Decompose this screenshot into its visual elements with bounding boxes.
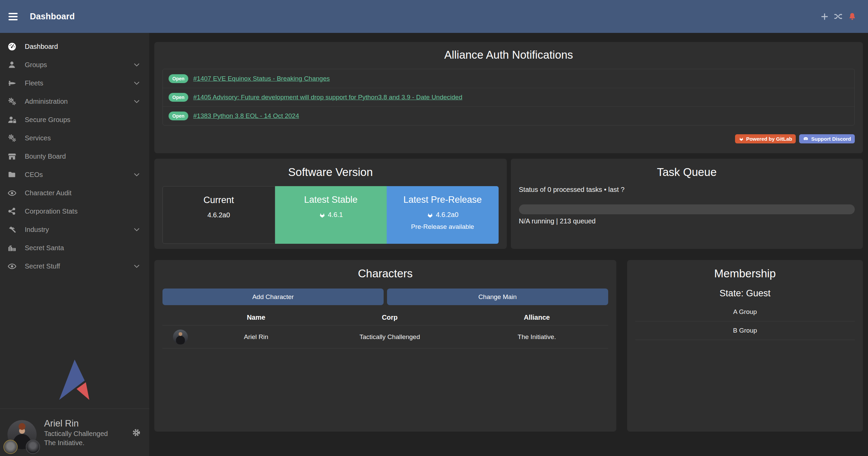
col-name: Name [198, 314, 314, 321]
eye-icon [7, 188, 17, 198]
sidebar-item-administration[interactable]: Administration [0, 92, 149, 111]
sidebar-item-label: Secret Santa [25, 244, 64, 252]
page-title: Dashboard [30, 12, 75, 21]
user-lock-icon [7, 115, 17, 124]
bell-icon[interactable] [848, 12, 857, 21]
navbar-actions [820, 12, 857, 21]
characters-panel: Characters Add Character Change Main Nam… [154, 260, 616, 432]
sidebar-item-groups[interactable]: Groups [0, 56, 149, 74]
gifts-icon [7, 243, 17, 253]
sidebar-item-label: Corporation Stats [25, 207, 78, 215]
sidebar-item-label: Administration [25, 98, 68, 105]
sidebar-item-services[interactable]: Services [0, 129, 149, 147]
status-badge: Open [169, 93, 188, 102]
version-boxes: Current 4.6.2a0 Latest Stable 4.6.1 Late… [162, 186, 499, 244]
gitlab-icon [427, 212, 433, 218]
characters-title: Characters [162, 267, 608, 280]
sidebar-item-industry[interactable]: Industry [0, 220, 149, 239]
character-corp: Tactically Challenged [314, 333, 466, 341]
sidebar-item-fleets[interactable]: Fleets [0, 74, 149, 92]
sidebar-item-label: Services [25, 134, 51, 142]
task-queue-counts: N/A running | 213 queued [519, 217, 855, 225]
col-corp: Corp [314, 314, 466, 321]
user-avatar-wrap [7, 411, 37, 454]
chevron-down-icon [133, 79, 140, 87]
share-icon [7, 206, 17, 216]
cogs-icon [7, 97, 17, 106]
sidebar-item-bounty-board[interactable]: Bounty Board [0, 147, 149, 165]
characters-table: Name Corp Alliance Ariel Rin Tactically … [162, 310, 608, 349]
gitlab-badge[interactable]: Powered by GitLab [735, 134, 796, 143]
version-current-value: 4.6.2a0 [163, 211, 275, 219]
sidebar-item-label: Character Audit [25, 189, 72, 197]
gitlab-icon [319, 212, 326, 218]
status-badge: Open [169, 74, 188, 83]
sidebar-item-label: Secret Stuff [25, 262, 60, 270]
cogs-icon [7, 133, 17, 143]
membership-panel: Membership State: Guest A Group B Group [627, 260, 863, 432]
col-alliance: Alliance [465, 314, 608, 321]
version-prerelease-value: 4.6.2a0 [387, 211, 499, 219]
version-stable: Latest Stable 4.6.1 [275, 186, 387, 244]
sidebar-item-dashboard[interactable]: Dashboard [0, 37, 149, 56]
status-badge: Open [169, 112, 188, 120]
membership-groups: A Group B Group [635, 303, 855, 340]
prerelease-note: Pre-Release available [387, 223, 499, 231]
version-prerelease-label: Latest Pre-Release [387, 195, 499, 205]
eye-icon [7, 261, 17, 271]
table-header-row: Name Corp Alliance [162, 310, 608, 325]
row-characters-membership: Characters Add Character Change Main Nam… [154, 260, 863, 432]
list-item: Open #1407 EVE Equinox Status - Breaking… [163, 69, 854, 88]
user-icon [7, 60, 17, 70]
notification-link[interactable]: #1407 EVE Equinox Status - Breaking Chan… [193, 75, 330, 82]
notification-link[interactable]: #1405 Advisory: Future development will … [193, 94, 462, 101]
sidebar-nav: Dashboard Groups Fleets [0, 33, 149, 275]
character-portrait [173, 330, 188, 344]
shuffle-icon[interactable] [834, 12, 843, 21]
notifications-list: Open #1407 EVE Equinox Status - Breaking… [162, 69, 855, 125]
task-queue-status: Status of 0 processed tasks • last ? [519, 185, 855, 194]
user-alliance: The Initiative. [44, 438, 108, 448]
sidebar-item-secret-santa[interactable]: Secret Santa [0, 239, 149, 257]
alliance-logo-badge [26, 440, 40, 454]
external-badges: Powered by GitLab Support Discord [162, 134, 855, 143]
sidebar-item-character-audit[interactable]: Character Audit [0, 184, 149, 202]
user-panel[interactable]: Ariel Rin Tactically Challenged The Init… [0, 409, 149, 456]
notification-link[interactable]: #1383 Python 3.8 EOL - 14 Oct 2024 [193, 112, 299, 120]
chevron-down-icon [133, 226, 140, 233]
version-current: Current 4.6.2a0 [162, 186, 275, 244]
change-main-button[interactable]: Change Main [387, 289, 608, 305]
hammer-icon [7, 225, 17, 234]
row-software-taskqueue: Software Version Current 4.6.2a0 Latest … [154, 159, 863, 249]
version-current-label: Current [163, 195, 275, 205]
sidebar-item-corporation-stats[interactable]: Corporation Stats [0, 202, 149, 220]
add-character-icon[interactable] [820, 12, 829, 21]
list-item: Open #1383 Python 3.8 EOL - 14 Oct 2024 [163, 106, 854, 125]
task-queue-progressbar [519, 204, 855, 214]
sidebar-item-label: Industry [25, 226, 49, 234]
version-stable-label: Latest Stable [275, 195, 387, 205]
sidebar-item-secure-groups[interactable]: Secure Groups [0, 111, 149, 129]
software-version-title: Software Version [162, 166, 499, 178]
sidebar-item-secret-stuff[interactable]: Secret Stuff [0, 257, 149, 275]
characters-buttons: Add Character Change Main [162, 289, 608, 305]
settings-gear-icon[interactable] [132, 428, 141, 437]
user-corp: Tactically Challenged [44, 429, 108, 438]
sidebar-item-label: Fleets [25, 79, 43, 87]
chevron-down-icon [133, 61, 140, 68]
membership-title: Membership [635, 267, 855, 280]
sidebar-item-ceos[interactable]: CEOs [0, 165, 149, 184]
corp-logo-badge [3, 440, 18, 454]
list-item: Open #1405 Advisory: Future development … [163, 88, 854, 106]
menu-toggle-icon[interactable] [8, 13, 18, 20]
top-navbar: Dashboard [0, 0, 868, 33]
sidebar: Dashboard Groups Fleets [0, 33, 149, 456]
sidebar-item-label: Groups [25, 61, 47, 69]
add-character-button[interactable]: Add Character [162, 289, 384, 305]
version-stable-value: 4.6.1 [275, 211, 387, 219]
discord-badge[interactable]: Support Discord [799, 134, 855, 143]
sidebar-item-label: Bounty Board [25, 153, 66, 160]
user-name: Ariel Rin [44, 418, 108, 429]
user-meta: Ariel Rin Tactically Challenged The Init… [44, 418, 108, 448]
sidebar-item-label: Secure Groups [25, 116, 71, 124]
